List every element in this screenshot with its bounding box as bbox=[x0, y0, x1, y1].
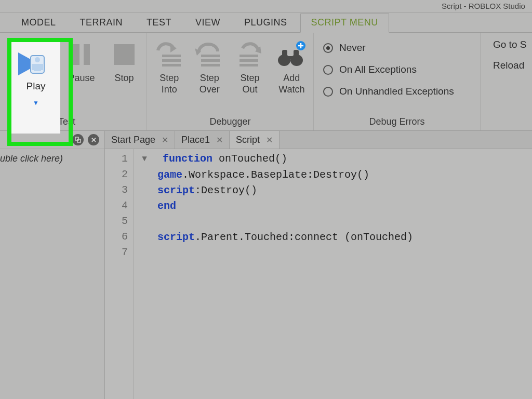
titlebar: Script - ROBLOX Studio bbox=[0, 0, 532, 13]
pause-button[interactable]: Pause bbox=[60, 38, 103, 85]
step-out-button[interactable]: Step Out bbox=[230, 38, 270, 96]
svg-rect-5 bbox=[162, 64, 181, 66]
play-dropdown-chevron-icon[interactable]: ▼ bbox=[11, 99, 60, 107]
ribbon-tabs: MODEL TERRAIN TEST VIEW PLUGINS SCRIPT M… bbox=[0, 13, 532, 33]
editor-tab-start-page[interactable]: Start Page ✕ bbox=[105, 131, 175, 149]
editor-tabs: Start Page ✕ Place1 ✕ Script ✕ bbox=[105, 131, 532, 149]
editor-tab-script[interactable]: Script ✕ bbox=[230, 131, 280, 149]
radio-dot-icon bbox=[323, 65, 333, 75]
svg-rect-11 bbox=[240, 64, 258, 66]
svg-rect-10 bbox=[240, 59, 258, 62]
close-icon[interactable]: ✕ bbox=[266, 135, 273, 145]
svg-rect-17 bbox=[287, 56, 294, 59]
group-label-debug-errors: Debug Errors bbox=[314, 114, 480, 130]
tab-script-menu[interactable]: SCRIPT MENU bbox=[300, 14, 389, 33]
group-label-debugger: Debugger bbox=[147, 114, 313, 130]
tab-test[interactable]: TEST bbox=[136, 14, 182, 32]
svg-rect-24 bbox=[77, 139, 81, 142]
svg-rect-3 bbox=[162, 55, 181, 57]
radio-dot-icon bbox=[323, 87, 333, 97]
radio-never[interactable]: Never bbox=[323, 42, 366, 54]
explorer-filter-placeholder[interactable]: uble click here) bbox=[0, 149, 104, 164]
tab-terrain[interactable]: TERRAIN bbox=[69, 14, 134, 32]
svg-rect-1 bbox=[84, 44, 90, 65]
radio-unhandled-exceptions[interactable]: On Unhandled Exceptions bbox=[323, 86, 454, 97]
tab-view[interactable]: VIEW bbox=[184, 14, 231, 32]
radio-dot-icon bbox=[323, 43, 333, 53]
editor-tab-place1[interactable]: Place1 ✕ bbox=[175, 131, 230, 149]
goto-script-error-button[interactable]: Go to S bbox=[493, 39, 532, 50]
stop-icon bbox=[109, 39, 140, 70]
panel-popout-icon[interactable] bbox=[72, 134, 84, 145]
code-content[interactable]: ▼ function onTouched() game.Workspace.Ba… bbox=[134, 149, 413, 399]
step-over-button[interactable]: Step Over bbox=[190, 38, 230, 96]
close-icon[interactable]: ✕ bbox=[162, 135, 168, 145]
svg-rect-22 bbox=[41, 64, 43, 70]
svg-rect-8 bbox=[201, 64, 220, 66]
svg-rect-15 bbox=[282, 50, 287, 58]
add-watch-button[interactable]: Add Watch bbox=[270, 38, 313, 96]
svg-rect-2 bbox=[114, 44, 135, 65]
step-out-icon bbox=[234, 39, 265, 70]
tab-plugins[interactable]: PLUGINS bbox=[233, 14, 298, 32]
step-into-icon bbox=[154, 39, 185, 70]
window-title: Script - ROBLOX Studio bbox=[0, 0, 532, 12]
radio-all-exceptions[interactable]: On All Exceptions bbox=[323, 64, 417, 75]
svg-rect-4 bbox=[162, 59, 181, 62]
stop-button[interactable]: Stop bbox=[103, 38, 145, 85]
reload-script-button[interactable]: Reload bbox=[493, 60, 532, 71]
svg-rect-9 bbox=[240, 55, 258, 57]
code-editor: Start Page ✕ Place1 ✕ Script ✕ 1234567 ▼… bbox=[105, 131, 532, 399]
svg-point-19 bbox=[35, 57, 40, 62]
ribbon: Pause Stop Test Step Into bbox=[0, 33, 532, 131]
svg-rect-7 bbox=[201, 59, 220, 62]
close-icon[interactable]: ✕ bbox=[216, 135, 223, 145]
tab-model[interactable]: MODEL bbox=[10, 14, 67, 32]
line-gutter: 1234567 bbox=[105, 149, 134, 399]
binoculars-plus-icon bbox=[276, 39, 307, 70]
pause-icon bbox=[66, 39, 97, 70]
svg-rect-21 bbox=[32, 64, 34, 70]
step-into-button[interactable]: Step Into bbox=[149, 38, 190, 96]
play-button[interactable]: Play ▼ bbox=[11, 42, 60, 134]
explorer-panel: ✕ uble click here) bbox=[0, 131, 105, 399]
play-icon bbox=[15, 49, 57, 78]
svg-rect-23 bbox=[75, 137, 78, 140]
panel-close-icon[interactable]: ✕ bbox=[88, 134, 99, 145]
step-over-icon bbox=[194, 39, 225, 70]
svg-rect-16 bbox=[294, 50, 299, 58]
svg-rect-20 bbox=[34, 64, 41, 71]
play-label: Play bbox=[11, 81, 60, 92]
svg-rect-0 bbox=[73, 44, 79, 65]
svg-rect-6 bbox=[201, 55, 220, 57]
